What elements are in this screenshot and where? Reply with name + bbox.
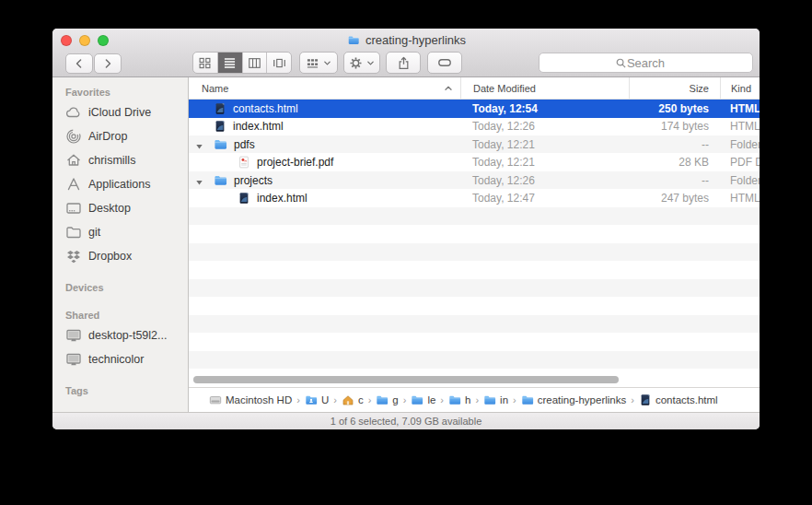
chevron-right-icon — [101, 57, 114, 70]
applications-icon — [65, 176, 82, 193]
sidebar-item-technicolor[interactable]: technicolor — [52, 347, 188, 371]
path-item-learning[interactable]: le — [411, 393, 435, 406]
chevron-down-icon — [323, 59, 331, 67]
file-row-projects-index-html[interactable]: index.html Today, 12:47 247 bytes HTML — [189, 190, 760, 208]
horizontal-scrollbar[interactable] — [189, 373, 760, 387]
file-row-index-html[interactable]: index.html Today, 12:26 174 bytes HTML — [189, 118, 760, 136]
sidebar-item-dropbox[interactable]: Dropbox — [52, 244, 188, 268]
chevron-right-icon — [368, 394, 372, 405]
sidebar-item-desktop-t59l2[interactable]: desktop-t59l2... — [52, 323, 188, 347]
search-input[interactable] — [539, 53, 752, 72]
sidebar-item-icloud-drive[interactable]: iCloud Drive — [52, 100, 188, 124]
icon-view-button[interactable] — [193, 53, 218, 73]
finder-window: creating-hyperlinks — [52, 29, 760, 429]
chevron-right-icon — [333, 394, 337, 405]
disclosure-triangle[interactable] — [195, 179, 203, 186]
path-item-macintosh-hd[interactable]: Macintosh HD — [209, 393, 292, 406]
chevron-left-icon — [73, 57, 86, 70]
path-item-users[interactable]: U — [305, 393, 329, 406]
sidebar-item-label: Applications — [88, 178, 150, 191]
scrollbar-thumb[interactable] — [193, 376, 619, 383]
gear-icon — [349, 56, 363, 70]
disclosure-triangle[interactable] — [195, 143, 203, 150]
tags-button[interactable] — [427, 52, 462, 74]
gallery-view-icon — [273, 57, 286, 69]
html-file-icon — [214, 102, 226, 115]
sidebar-item-airdrop[interactable]: AirDrop — [52, 124, 188, 148]
view-switcher — [192, 52, 292, 74]
html-file-icon — [238, 192, 250, 205]
back-button[interactable] — [65, 53, 93, 74]
close-button[interactable] — [61, 35, 72, 46]
sidebar-item-label: desktop-t59l2... — [88, 329, 167, 342]
desktop-icon — [65, 200, 82, 217]
chevron-right-icon — [513, 394, 516, 405]
column-header-name[interactable]: Name — [189, 77, 460, 99]
arrange-button[interactable] — [299, 52, 338, 74]
path-item-intro[interactable]: in — [483, 393, 508, 406]
path-item-creating-hyperlinks[interactable]: creating-hyperlinks — [521, 393, 627, 406]
sidebar-section-tags: Tags — [52, 385, 188, 399]
folder-icon — [483, 393, 496, 406]
folder-icon — [376, 393, 389, 406]
path-item-html[interactable]: h — [448, 393, 470, 406]
forward-button[interactable] — [94, 53, 122, 74]
users-folder-icon — [305, 393, 318, 406]
path-item-contacts-html[interactable]: contacts.html — [639, 393, 718, 406]
chevron-right-icon — [631, 394, 634, 405]
chevron-right-icon — [403, 394, 407, 405]
gallery-view-button[interactable] — [267, 53, 291, 73]
sidebar-item-label: AirDrop — [88, 130, 127, 143]
action-menu-button[interactable] — [343, 52, 380, 74]
sidebar-item-home[interactable]: chrismills — [52, 148, 188, 172]
home-folder-icon — [342, 393, 354, 406]
folder-icon — [411, 393, 423, 406]
screen-background: creating-hyperlinks — [0, 0, 812, 505]
file-list: contacts.html Today, 12:54 250 bytes HTM… — [189, 100, 760, 387]
minimize-button[interactable] — [79, 35, 90, 46]
chevron-right-icon — [440, 394, 444, 405]
drive-icon — [209, 393, 222, 406]
title-bar[interactable]: creating-hyperlinks — [52, 29, 760, 77]
sidebar-section-shared: Shared — [52, 310, 188, 323]
path-bar: Macintosh HD U c g le h in creating-hype… — [189, 387, 760, 412]
sidebar-item-git[interactable]: git — [52, 220, 188, 244]
window-body: Favorites iCloud Drive AirDrop chrismill… — [52, 77, 760, 412]
file-list-pane: Name Date Modified Size Kind contacts.ht… — [189, 77, 760, 412]
sidebar-item-label: chrismills — [88, 154, 135, 167]
chevron-right-icon — [475, 394, 479, 405]
sort-ascending-icon — [444, 84, 453, 93]
html-file-icon — [639, 393, 652, 406]
folder-icon — [346, 34, 361, 46]
grid-view-icon — [198, 57, 212, 69]
folder-row-pdfs[interactable]: pdfs Today, 12:21 -- Folder — [189, 135, 760, 154]
window-title-text: creating-hyperlinks — [365, 33, 466, 47]
file-row-contacts-html[interactable]: contacts.html Today, 12:54 250 bytes HTM… — [189, 100, 760, 118]
zoom-button[interactable] — [98, 35, 109, 46]
folder-icon — [448, 393, 461, 406]
file-row-project-brief-pdf[interactable]: project-brief.pdf Today, 12:21 28 KB PDF… — [189, 154, 760, 172]
sidebar-item-label: Dropbox — [88, 250, 132, 263]
column-header-size[interactable]: Size — [629, 77, 720, 99]
window-title: creating-hyperlinks — [52, 33, 760, 47]
folder-icon — [521, 393, 534, 406]
window-controls — [61, 35, 109, 46]
path-item-git[interactable]: g — [376, 393, 398, 406]
path-item-home[interactable]: c — [342, 393, 364, 406]
column-header-kind[interactable]: Kind — [720, 77, 760, 99]
column-header-date-modified[interactable]: Date Modified — [460, 77, 629, 99]
share-button[interactable] — [386, 52, 421, 74]
column-view-button[interactable] — [243, 53, 268, 73]
sidebar-item-applications[interactable]: Applications — [52, 172, 188, 196]
search-field — [539, 53, 753, 73]
list-view-button[interactable] — [218, 53, 243, 73]
display-icon — [65, 351, 82, 368]
sidebar-section-devices: Devices — [52, 282, 188, 296]
home-icon — [65, 152, 82, 169]
share-icon — [397, 56, 411, 70]
sidebar: Favorites iCloud Drive AirDrop chrismill… — [52, 77, 189, 412]
sidebar-item-label: git — [88, 226, 100, 239]
sidebar-item-desktop[interactable]: Desktop — [52, 196, 188, 220]
folder-row-projects[interactable]: projects Today, 12:26 -- Folder — [189, 171, 760, 190]
html-file-icon — [214, 120, 226, 133]
